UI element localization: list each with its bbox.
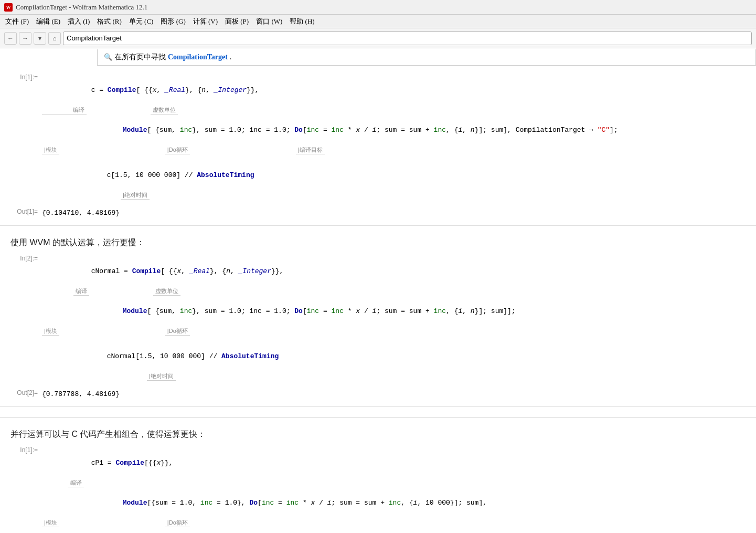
menu-insert[interactable]: 插入 (I) bbox=[65, 16, 93, 27]
out-label-2: Out[2]= bbox=[0, 388, 42, 396]
menu-bar: 文件 (F) 编辑 (E) 插入 (I) 格式 (R) 单元 (C) 图形 (G… bbox=[0, 15, 756, 28]
tooltip-abstime-1: |绝对时间 bbox=[121, 191, 150, 200]
menu-file[interactable]: 文件 (F) bbox=[2, 16, 32, 27]
menu-evaluate[interactable]: 计算 (V) bbox=[190, 16, 221, 27]
menu-cell[interactable]: 单元 (C) bbox=[126, 16, 157, 27]
divider-1 bbox=[0, 407, 756, 417]
nav-dropdown[interactable]: ▾ bbox=[34, 32, 46, 45]
code-block-1: c = Compile[ {{x, _Real}, {n, _Integer}}… bbox=[42, 72, 746, 156]
tooltip-row-2a: 编译 虚数单位 bbox=[42, 287, 746, 296]
back-button[interactable]: ← bbox=[4, 32, 17, 45]
code-line-3-1: cP1 = Compile[{{x}}, bbox=[42, 447, 746, 478]
tooltip-module-3: |模块 bbox=[42, 518, 59, 528]
forward-button[interactable]: → bbox=[19, 32, 31, 45]
in-label-1: In[1]:= bbox=[0, 72, 42, 81]
cell-content-2[interactable]: cNormal = Compile[ {{x, _Real}, {n, _Int… bbox=[42, 254, 756, 383]
cell-row-in3: In[1]:= cP1 = Compile[{{x}}, 编译 Module[{… bbox=[0, 444, 756, 533]
search-suffix: . bbox=[230, 53, 232, 61]
search-prefix: 在所有页中寻找 bbox=[114, 53, 166, 62]
code-block-3: cP1 = Compile[{{x}}, 编译 Module[{sum = 1.… bbox=[42, 445, 746, 533]
menu-graphics[interactable]: 图形 (G) bbox=[157, 16, 188, 27]
tooltip-ct-1: |编译目标 bbox=[296, 145, 325, 155]
code-line-3-2: Module[{sum = 1.0, inc = 1.0}, Do[inc = … bbox=[42, 487, 746, 518]
code-line-1-2: Module[ {sum, inc}, sum = 1.0; inc = 1.0… bbox=[42, 114, 746, 145]
tooltip-do-3: |Do循环 bbox=[165, 518, 190, 528]
tooltip-row-3b: |模块 |Do循环 bbox=[42, 518, 746, 528]
timing-line-1: c[1.5, 10 000 000] // AbsoluteTiming bbox=[42, 160, 746, 191]
tooltip-imaginary-1: 虚数单位 bbox=[151, 106, 178, 115]
timing-block-2: cNormal[1.5, 10 000 000] // AbsoluteTimi… bbox=[42, 338, 746, 383]
output-2: {0.787788, 4.48169} bbox=[42, 388, 756, 400]
tooltip-abstime-2: |绝对时间 bbox=[147, 372, 176, 381]
section-text-2: 使用 WVM 的默认运算，运行更慢： In[2]:= cNormal = Com… bbox=[0, 226, 756, 407]
main-content: In[1]:= c = Compile[ {{x, _Real}, {n, _I… bbox=[0, 66, 756, 533]
cell-row-out1: Out[1]= {0.104710, 4.48169} bbox=[0, 206, 756, 220]
tooltip-do-2: |Do循环 bbox=[165, 327, 190, 336]
tooltip-row-1a: 编译 虚数单位 bbox=[42, 106, 746, 115]
tooltip-row-1b: |模块 |Do循环 |编译目标 bbox=[42, 145, 746, 155]
code-line-2-2: Module[ {sum, inc}, sum = 1.0; inc = 1.0… bbox=[42, 296, 746, 327]
code-block-2: cNormal = Compile[ {{x, _Real}, {n, _Int… bbox=[42, 254, 746, 338]
timing-line-2: cNormal[1.5, 10 000 000] // AbsoluteTimi… bbox=[42, 341, 746, 372]
menu-edit[interactable]: 编辑 (E) bbox=[33, 16, 63, 27]
tooltip-do-1: |Do循环 bbox=[165, 145, 190, 155]
search-link[interactable]: CompilationTarget bbox=[168, 53, 228, 61]
section-heading-2: 使用 WVM 的默认运算，运行更慢： bbox=[0, 231, 756, 253]
in-label-3: In[1]:= bbox=[0, 445, 42, 454]
menu-window[interactable]: 窗口 (W) bbox=[253, 16, 285, 27]
code-line-3-3: RuntimeAttributes → {Listable}, Parallel… bbox=[42, 527, 746, 533]
home-button[interactable]: ⌂ bbox=[48, 32, 61, 45]
timing-block-1: c[1.5, 10 000 000] // AbsoluteTiming |绝对… bbox=[42, 156, 746, 202]
in-label-2: In[2]:= bbox=[0, 254, 42, 262]
window-title: CompilationTarget - Wolfram Mathematica … bbox=[16, 3, 147, 12]
code-line-1-1: c = Compile[ {{x, _Real}, {n, _Integer}}… bbox=[42, 75, 746, 106]
cell-content-1[interactable]: c = Compile[ {{x, _Real}, {n, _Integer}}… bbox=[42, 72, 756, 202]
search-dropdown: 🔍 在所有页中寻找 CompilationTarget . bbox=[97, 49, 756, 66]
toolbar: ← → ▾ ⌂ bbox=[0, 28, 756, 48]
cell-row-in1: In[1]:= c = Compile[ {{x, _Real}, {n, _I… bbox=[0, 71, 756, 203]
cell-row-out2: Out[2]= {0.787788, 4.48169} bbox=[0, 387, 756, 401]
search-icon: 🔍 bbox=[104, 53, 112, 61]
output-1: {0.104710, 4.48169} bbox=[42, 207, 756, 219]
tooltip-imaginary-2: 虚数单位 bbox=[153, 287, 180, 296]
tooltip-timing-1: |绝对时间 bbox=[42, 191, 746, 200]
tooltip-row-2b: |模块 |Do循环 bbox=[42, 327, 746, 336]
search-input[interactable] bbox=[63, 32, 752, 45]
out-label-1: Out[1]= bbox=[0, 207, 42, 215]
cell-content-3[interactable]: cP1 = Compile[{{x}}, 编译 Module[{sum = 1.… bbox=[42, 445, 756, 533]
tooltip-module-2: |模块 bbox=[42, 327, 59, 336]
section-text-4: 并行运算可以与 C 代码产生相组合，使得运算更快： In[1]:= cP1 = … bbox=[0, 417, 756, 533]
menu-help[interactable]: 帮助 (H) bbox=[286, 16, 317, 27]
menu-format[interactable]: 格式 (R) bbox=[94, 16, 125, 27]
tooltip-compile-3: 编译 bbox=[68, 478, 84, 488]
menu-palettes[interactable]: 面板 (P) bbox=[222, 16, 252, 27]
cell-row-in2: In[2]:= cNormal = Compile[ {{x, _Real}, … bbox=[0, 253, 756, 384]
tooltip-module-1: |模块 bbox=[42, 145, 59, 155]
tooltip-row-3a: 编译 bbox=[42, 478, 746, 488]
tooltip-timing-2: |绝对时间 bbox=[42, 372, 746, 381]
code-line-2-1: cNormal = Compile[ {{x, _Real}, {n, _Int… bbox=[42, 256, 746, 287]
title-bar: W CompilationTarget - Wolfram Mathematic… bbox=[0, 0, 756, 15]
tooltip-compile-2: 编译 bbox=[73, 287, 89, 296]
tooltip-compile-1: 编译 bbox=[42, 106, 87, 115]
cell-group-1: In[1]:= c = Compile[ {{x, _Real}, {n, _I… bbox=[0, 66, 756, 226]
section-heading-4: 并行运算可以与 C 代码产生相组合，使得运算更快： bbox=[0, 423, 756, 444]
app-icon: W bbox=[4, 3, 13, 12]
